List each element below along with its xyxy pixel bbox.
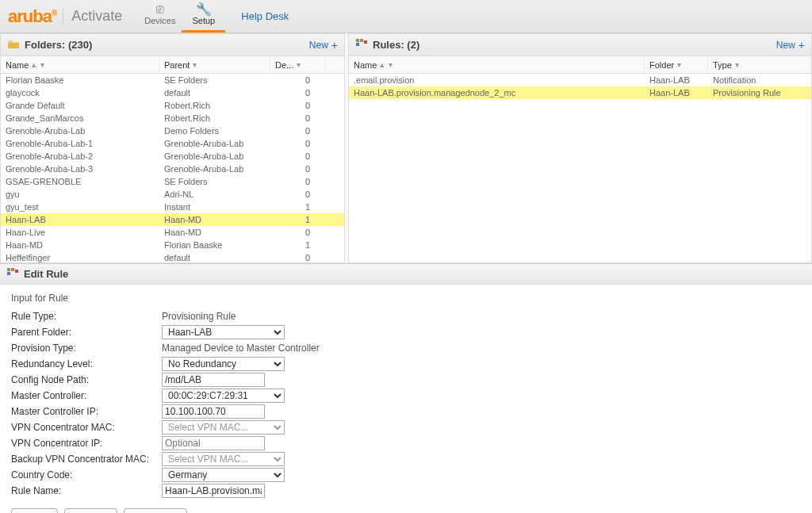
table-row[interactable]: GSAE-GRENOBLESE Folders0 xyxy=(1,175,344,188)
config-path-label: Config Node Path: xyxy=(11,374,162,385)
vpn-mac-select[interactable]: Select VPN MAC... xyxy=(162,420,285,435)
help-desk-link[interactable]: Help Desk xyxy=(241,10,289,22)
svg-rect-1 xyxy=(360,39,363,42)
done-button[interactable]: Done xyxy=(11,508,58,513)
sort-asc-icon: ▲ xyxy=(378,61,385,69)
tab-devices[interactable]: ⎚ Devices xyxy=(138,0,182,33)
table-row[interactable]: .email.provisionHaan-LABNotification xyxy=(349,74,811,86)
folders-thead: Name▲▾ Parent▾ De...▾ xyxy=(1,56,344,74)
table-row[interactable]: Grenoble-Aruba-Lab-1Grenoble-Aruba-Lab0 xyxy=(1,137,344,150)
svg-rect-3 xyxy=(364,40,367,44)
rules-new-link[interactable]: New xyxy=(776,40,795,51)
rules-col-type[interactable]: Type▾ xyxy=(708,56,811,73)
nav-tabs: ⎚ Devices 🔧 Setup xyxy=(138,0,225,33)
edit-rule-buttons: Done Cancel Re-Order xyxy=(0,499,812,513)
rules-icon xyxy=(6,267,19,281)
table-row[interactable]: Haan-LiveHaan-MD0 xyxy=(1,226,344,239)
svg-rect-5 xyxy=(11,268,14,271)
rule-name-input[interactable] xyxy=(162,484,265,498)
edit-rule-title: Edit Rule xyxy=(24,268,68,280)
table-row[interactable]: Grande_SanMarcosRobert.Rich0 xyxy=(1,112,344,124)
table-row[interactable]: Haan-LABHaan-MD1 xyxy=(1,213,344,226)
filter-icon[interactable]: ▾ xyxy=(677,60,681,69)
table-row[interactable]: Grande DefaultRobert.Rich0 xyxy=(1,99,344,112)
folders-panel: Folders: (230) New + Name▲▾ Parent▾ De..… xyxy=(0,33,345,263)
table-row[interactable]: Heffelfingerdefault0 xyxy=(1,251,344,262)
sort-asc-icon: ▲ xyxy=(30,61,37,69)
rules-col-name[interactable]: Name▲▾ xyxy=(349,56,645,73)
backup-vpn-label: Backup VPN Concentrator MAC: xyxy=(11,454,162,465)
setup-icon: 🔧 xyxy=(182,3,225,16)
folders-col-dev[interactable]: De...▾ xyxy=(270,56,326,73)
redundancy-select[interactable]: No Redundancy xyxy=(162,357,285,371)
rule-type-value: Provisioning Rule xyxy=(162,311,236,322)
aruba-logo: aruba® xyxy=(8,6,56,27)
rules-col-folder[interactable]: Folder▾ xyxy=(645,56,708,73)
table-row[interactable]: Haan-LAB.provision.managednode_2_mcHaan-… xyxy=(349,86,811,99)
folders-col-name[interactable]: Name▲▾ xyxy=(1,56,159,73)
folders-add-icon[interactable]: + xyxy=(331,39,338,52)
edit-rule-panel: Edit Rule Input for Rule Rule Type:Provi… xyxy=(0,263,812,513)
folders-title: Folders: (230) xyxy=(25,39,92,51)
folder-icon xyxy=(7,38,20,52)
edit-rule-section: Input for Rule xyxy=(0,285,812,308)
redundancy-label: Redundancy Level: xyxy=(11,358,162,369)
master-ctrl-select[interactable]: 00:0C:29:C7:29:31 xyxy=(162,389,285,403)
tab-devices-label: Devices xyxy=(144,16,175,25)
table-row[interactable]: Haan-MDFlorian Baaske1 xyxy=(1,239,344,251)
table-row[interactable]: Grenoble-Aruba-Lab-3Grenoble-Aruba-Lab0 xyxy=(1,163,344,175)
cancel-button[interactable]: Cancel xyxy=(64,508,117,513)
tab-setup[interactable]: 🔧 Setup xyxy=(182,0,225,33)
vpn-mac-label: VPN Concentrator MAC: xyxy=(11,422,162,433)
folders-header: Folders: (230) New + xyxy=(1,34,344,56)
main-panels: Folders: (230) New + Name▲▾ Parent▾ De..… xyxy=(0,33,812,263)
country-select[interactable]: Germany xyxy=(162,468,285,482)
rules-title: Rules: (2) xyxy=(373,39,419,51)
config-path-input[interactable] xyxy=(162,373,265,387)
rules-header: Rules: (2) New + xyxy=(349,34,811,56)
svg-rect-0 xyxy=(356,39,359,42)
table-row[interactable]: gyuAdri-NL0 xyxy=(1,188,344,201)
rules-thead: Name▲▾ Folder▾ Type▾ xyxy=(349,56,811,74)
filter-icon[interactable]: ▾ xyxy=(193,60,197,69)
reorder-button[interactable]: Re-Order xyxy=(124,508,187,513)
filter-icon[interactable]: ▾ xyxy=(389,60,393,69)
table-row[interactable]: Grenoble-Aruba-LabDemo Folders0 xyxy=(1,124,344,137)
provision-type-value: Managed Device to Master Controller xyxy=(162,343,320,354)
parent-folder-label: Parent Folder: xyxy=(11,327,162,338)
table-row[interactable]: Grenoble-Aruba-Lab-2Grenoble-Aruba-Lab0 xyxy=(1,150,344,163)
rule-type-label: Rule Type: xyxy=(11,311,162,322)
master-ip-label: Master Controller IP: xyxy=(11,406,162,417)
master-ip-input[interactable] xyxy=(162,404,265,419)
vpn-ip-label: VPN Concentrator IP: xyxy=(11,438,162,449)
edit-rule-form: Rule Type:Provisioning Rule Parent Folde… xyxy=(0,308,812,499)
svg-rect-4 xyxy=(7,268,10,271)
rules-icon xyxy=(355,38,368,52)
backup-vpn-select[interactable]: Select VPN MAC... xyxy=(162,452,285,466)
master-ctrl-label: Master Controller: xyxy=(11,390,162,401)
activate-label: Activate xyxy=(63,8,122,25)
rule-name-label: Rule Name: xyxy=(11,485,162,496)
rules-panel: Rules: (2) New + Name▲▾ Folder▾ Type▾ .e… xyxy=(348,33,812,263)
rules-body: .email.provisionHaan-LABNotificationHaan… xyxy=(349,74,811,262)
filter-icon[interactable]: ▾ xyxy=(40,60,44,69)
country-label: Country Code: xyxy=(11,469,162,480)
devices-icon: ⎚ xyxy=(138,3,182,16)
svg-rect-2 xyxy=(356,43,359,46)
table-row[interactable]: gyu_testInstant1 xyxy=(1,201,344,213)
svg-rect-7 xyxy=(15,270,18,273)
filter-icon[interactable]: ▾ xyxy=(297,60,301,69)
rules-add-icon[interactable]: + xyxy=(799,39,805,52)
parent-folder-select[interactable]: Haan-LAB xyxy=(162,325,285,339)
folders-col-parent[interactable]: Parent▾ xyxy=(159,56,270,73)
table-row[interactable]: Florian BaaskeSE Folders0 xyxy=(1,74,344,86)
provision-type-label: Provision Type: xyxy=(11,343,162,354)
tab-setup-label: Setup xyxy=(192,16,215,25)
folders-new-link[interactable]: New xyxy=(309,40,328,51)
filter-icon[interactable]: ▾ xyxy=(735,60,739,69)
folders-body: Florian BaaskeSE Folders0glaycockdefault… xyxy=(1,74,344,262)
vpn-ip-input[interactable] xyxy=(162,436,265,450)
table-row[interactable]: glaycockdefault0 xyxy=(1,86,344,99)
app-header: aruba® Activate ⎚ Devices 🔧 Setup Help D… xyxy=(0,0,812,33)
svg-rect-6 xyxy=(7,272,10,275)
